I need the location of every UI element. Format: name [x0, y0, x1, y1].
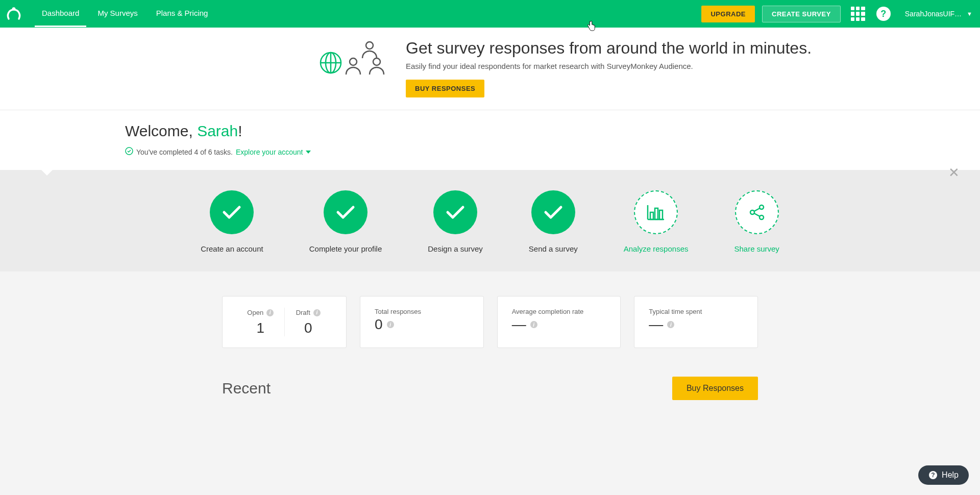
svg-rect-10	[650, 212, 653, 219]
task-circle-done-icon	[433, 190, 477, 234]
create-survey-button[interactable]: CREATE SURVEY	[762, 6, 841, 22]
info-icon[interactable]: i	[530, 321, 537, 328]
caret-down-icon	[306, 151, 311, 154]
task-create-account[interactable]: Create an account	[201, 190, 263, 253]
open-label: Open i	[247, 309, 274, 316]
card-avg-completion: Average completion rate — i	[497, 296, 621, 348]
info-icon[interactable]: i	[667, 321, 674, 328]
avg-completion-value: —	[512, 316, 526, 333]
promo-title: Get survey responses from around the wor…	[406, 39, 812, 58]
promo-banner: Get survey responses from around the wor…	[0, 28, 980, 110]
info-icon[interactable]: i	[387, 321, 394, 328]
card-total-responses: Total responses 0 i	[360, 296, 484, 348]
promo-graphic-icon	[316, 39, 385, 77]
buy-responses-button-2[interactable]: Buy Responses	[672, 377, 758, 400]
explore-label: Explore your account	[236, 148, 303, 156]
svg-point-14	[750, 210, 754, 214]
username-label[interactable]: SarahJonasUIF…	[905, 10, 962, 18]
share-icon	[748, 204, 766, 221]
task-label: Analyze responses	[624, 244, 689, 253]
total-responses-label: Total responses	[375, 308, 469, 315]
tasks-progress-text: You've completed 4 of 6 tasks.	[136, 148, 233, 156]
task-label: Send a survey	[529, 244, 578, 253]
svg-point-13	[760, 205, 764, 209]
buy-responses-button[interactable]: BUY RESPONSES	[406, 80, 484, 97]
user-menu-caret-icon[interactable]: ▼	[967, 11, 972, 17]
task-label: Create an account	[201, 244, 263, 253]
svg-point-5	[366, 42, 373, 49]
welcome-prefix: Welcome,	[125, 122, 197, 139]
draft-value: 0	[285, 320, 332, 336]
onboarding-tasks-strip: ✕ Create an account Complete your profil…	[0, 170, 980, 271]
nav-my-surveys[interactable]: My Surveys	[90, 1, 144, 27]
welcome-name: Sarah	[197, 122, 238, 139]
task-label: Design a survey	[428, 244, 483, 253]
task-label: Share survey	[734, 244, 779, 253]
svg-line-16	[754, 208, 760, 211]
nav-plans-pricing[interactable]: Plans & Pricing	[149, 1, 215, 27]
svg-line-17	[754, 213, 760, 216]
stats-section: Open i 1 Draft i 0 Total responses 0 i A…	[0, 271, 980, 348]
time-spent-value: —	[649, 316, 663, 333]
info-icon[interactable]: i	[313, 309, 321, 316]
task-circle-pending-icon	[634, 190, 678, 234]
svg-point-4	[350, 58, 357, 65]
check-circle-icon	[125, 147, 133, 157]
info-icon[interactable]: i	[266, 309, 274, 316]
recent-section: Recent Buy Responses	[222, 348, 758, 400]
svg-rect-12	[659, 210, 663, 219]
upgrade-button[interactable]: UPGRADE	[701, 6, 755, 22]
help-icon[interactable]: ?	[876, 7, 891, 21]
svg-point-6	[373, 58, 380, 65]
task-circle-pending-icon	[735, 190, 779, 234]
svg-rect-11	[655, 208, 658, 219]
welcome-section: Welcome, Sarah! You've completed 4 of 6 …	[0, 110, 980, 170]
nav-links: Dashboard My Surveys Plans & Pricing	[35, 1, 215, 27]
avg-completion-label: Average completion rate	[512, 308, 606, 315]
welcome-title: Welcome, Sarah!	[125, 122, 855, 140]
task-send-survey[interactable]: Send a survey	[529, 190, 578, 253]
welcome-suffix: !	[238, 122, 242, 139]
card-time-spent: Typical time spent — i	[634, 296, 758, 348]
svg-point-15	[760, 215, 764, 219]
task-circle-done-icon	[531, 190, 575, 234]
tasks-progress-row: You've completed 4 of 6 tasks. Explore y…	[125, 147, 855, 157]
task-design-survey[interactable]: Design a survey	[428, 190, 483, 253]
draft-label: Draft i	[296, 309, 321, 316]
bar-chart-icon	[647, 204, 665, 220]
total-responses-value: 0	[375, 316, 383, 333]
task-circle-done-icon	[324, 190, 368, 234]
close-icon[interactable]: ✕	[948, 165, 960, 181]
time-spent-label: Typical time spent	[649, 308, 743, 315]
task-complete-profile[interactable]: Complete your profile	[309, 190, 382, 253]
top-nav: Dashboard My Surveys Plans & Pricing UPG…	[0, 0, 980, 28]
task-label: Complete your profile	[309, 244, 382, 253]
apps-grid-icon[interactable]	[851, 7, 865, 21]
nav-dashboard[interactable]: Dashboard	[35, 1, 86, 27]
explore-account-link[interactable]: Explore your account	[236, 148, 311, 156]
recent-title: Recent	[222, 380, 271, 397]
task-share-survey[interactable]: Share survey	[734, 190, 779, 253]
task-circle-done-icon	[210, 190, 254, 234]
open-value: 1	[237, 320, 284, 336]
logo-icon[interactable]	[5, 4, 24, 23]
card-surveys-count: Open i 1 Draft i 0	[222, 296, 347, 348]
task-analyze-responses[interactable]: Analyze responses	[624, 190, 689, 253]
promo-subtitle: Easily find your ideal respondents for m…	[406, 62, 812, 70]
